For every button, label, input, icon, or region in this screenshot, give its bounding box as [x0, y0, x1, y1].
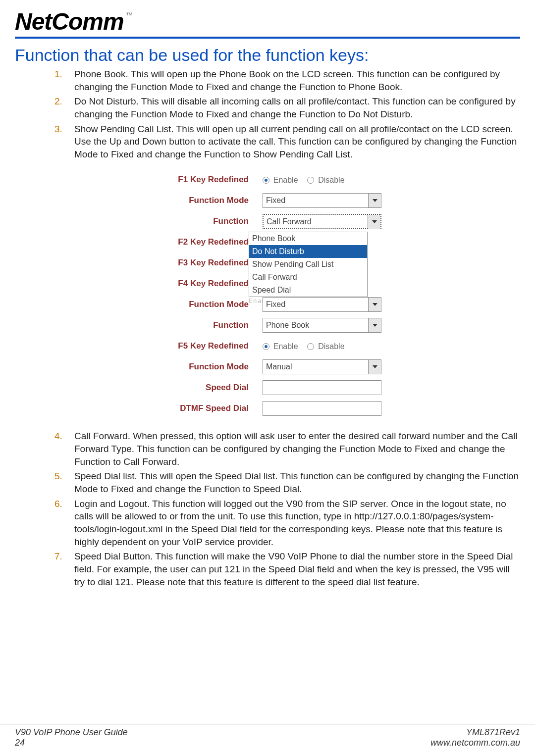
list-text: Call Forward. When pressed, this option … — [74, 431, 517, 466]
f1-key-redefined-label: F1 Key Redefined — [114, 175, 263, 185]
list-item: 3.Show Pending Call List. This will open… — [54, 123, 520, 161]
enable-label: Enable — [273, 342, 298, 351]
select-value: Fixed — [266, 300, 285, 308]
f4-function-mode-label: Function Mode — [114, 300, 263, 309]
trademark-symbol: ™ — [126, 11, 133, 19]
select-value: Phone Book — [266, 321, 309, 329]
f4-function-select[interactable]: Phone Book — [263, 318, 381, 333]
chevron-down-icon — [368, 298, 381, 311]
f5-function-mode-label: Function Mode — [114, 362, 263, 372]
disable-label: Disable — [318, 176, 344, 184]
enable-label: Enable — [273, 176, 298, 184]
list-number: 7. — [54, 550, 62, 563]
brand-logo: NetComm — [15, 10, 124, 34]
list-number: 5. — [54, 470, 62, 483]
f1-function-label: Function — [114, 216, 263, 226]
header-bar: NetComm ™ — [15, 10, 520, 39]
list-text: Do Not Disturb. This will disable all in… — [74, 96, 516, 119]
f1-function-select[interactable]: Call Forward — [263, 214, 381, 229]
list-item: 5.Speed Dial list. This will open the Sp… — [54, 470, 520, 495]
f4-key-redefined-label: F4 Key Redefined — [114, 279, 263, 289]
select-value: Fixed — [266, 196, 285, 204]
footer-url: www.netcomm.com.au — [430, 738, 520, 748]
dropdown-option[interactable]: Call Forward — [249, 271, 367, 284]
f5-function-mode-select[interactable]: Manual — [263, 359, 381, 374]
list-text: Show Pending Call List. This will open u… — [74, 124, 517, 159]
bottom-list: 4.Call Forward. When pressed, this optio… — [15, 430, 520, 588]
footer-page-number: 24 — [15, 738, 128, 748]
speed-dial-input[interactable] — [263, 380, 381, 395]
f5-key-redefined-label: F5 Key Redefined — [114, 341, 263, 351]
dropdown-option[interactable]: Speed Dial — [249, 284, 367, 297]
f5-disable-radio[interactable] — [307, 343, 314, 350]
list-number: 6. — [54, 498, 62, 510]
dropdown-option[interactable]: Show Pending Call List — [249, 258, 367, 271]
page-footer: V90 VoIP Phone User Guide 24 YML871Rev1 … — [0, 724, 535, 748]
chevron-down-icon — [368, 360, 381, 374]
list-number: 4. — [54, 430, 62, 443]
f3-key-redefined-label: F3 Key Redefined — [114, 258, 263, 268]
list-item: 1.Phone Book. This will open up the Phon… — [54, 68, 520, 93]
dtmf-speed-dial-label: DTMF Speed Dial — [114, 403, 263, 413]
f2-key-redefined-label: F2 Key Redefined — [114, 237, 263, 247]
list-item: 7.Speed Dial Button. This function will … — [54, 550, 520, 588]
select-value: Manual — [266, 362, 292, 371]
f1-function-mode-label: Function Mode — [114, 196, 263, 205]
f1-function-mode-select[interactable]: Fixed — [263, 193, 381, 208]
chevron-down-icon — [368, 215, 380, 229]
list-number: 2. — [54, 95, 62, 108]
list-item: 6.Login and Logout. This function will l… — [54, 498, 520, 549]
f4-function-mode-select[interactable]: Fixed — [263, 297, 381, 312]
chevron-down-icon — [368, 194, 381, 207]
list-item: 2.Do Not Disturb. This will disable all … — [54, 95, 520, 120]
list-number: 3. — [54, 123, 62, 136]
page-title: Function that can be used for the functi… — [15, 46, 520, 65]
footer-revision: YML871Rev1 — [430, 727, 520, 738]
dtmf-speed-dial-input[interactable] — [263, 401, 381, 416]
f4-function-label: Function — [114, 320, 263, 330]
disable-label: Disable — [318, 342, 344, 351]
config-form-figure: F1 Key Redefined Enable Disable Function… — [114, 169, 421, 419]
list-text: Speed Dial list. This will open the Spee… — [74, 471, 519, 494]
list-text: Phone Book. This will open up the Phone … — [74, 69, 500, 92]
list-item: 4.Call Forward. When pressed, this optio… — [54, 430, 520, 468]
footer-guide-title: V90 VoIP Phone User Guide — [15, 727, 128, 738]
top-list: 1.Phone Book. This will open up the Phon… — [15, 68, 520, 160]
function-dropdown-panel[interactable]: Phone Book Do Not Disturb Show Pending C… — [249, 232, 368, 297]
dropdown-option-highlighted[interactable]: Do Not Disturb — [249, 245, 367, 258]
f1-enable-radio[interactable] — [263, 177, 269, 184]
list-text: Login and Logout. This function will log… — [74, 499, 506, 547]
f5-enable-radio[interactable] — [263, 343, 269, 350]
f1-disable-radio[interactable] — [307, 177, 314, 184]
list-text: Speed Dial Button. This function will ma… — [74, 551, 513, 587]
dropdown-option[interactable]: Phone Book — [249, 232, 367, 245]
chevron-down-icon — [368, 318, 381, 332]
speed-dial-label: Speed Dial — [114, 383, 263, 393]
list-number: 1. — [54, 68, 62, 81]
select-value: Call Forward — [267, 217, 312, 226]
